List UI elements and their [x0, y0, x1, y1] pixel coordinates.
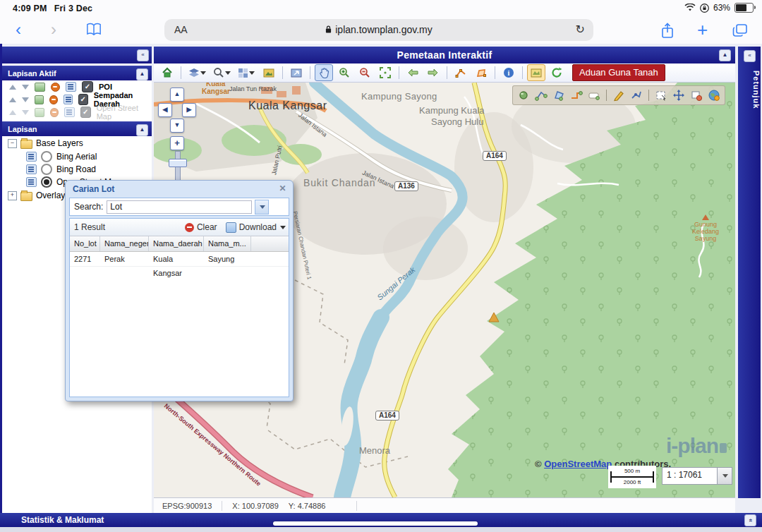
layer-checkbox[interactable]: ✓ — [78, 94, 88, 105]
drawing-toolbar — [512, 85, 725, 105]
expand-statistik-button[interactable]: « — [744, 514, 756, 526]
home-indicator[interactable] — [273, 521, 478, 526]
reload-button[interactable]: ↻ — [576, 23, 585, 36]
expand-petunjuk-button[interactable]: « — [744, 50, 756, 62]
remove-layer-icon[interactable] — [51, 83, 60, 92]
forward-button[interactable]: › — [51, 18, 56, 42]
identify-info-button[interactable]: i — [500, 64, 518, 81]
move-layer-down-icon[interactable] — [22, 97, 29, 102]
chevron-down-icon[interactable] — [280, 226, 286, 229]
search-menu-button[interactable] — [210, 64, 233, 81]
address-bar[interactable]: AA iplan.townplan.gov.my ↻ — [164, 19, 593, 41]
tabs-icon[interactable] — [732, 23, 748, 37]
tree-node-bing-aerial[interactable]: Bing Aerial — [2, 150, 152, 163]
close-icon[interactable]: ✕ — [277, 183, 288, 194]
column-header[interactable]: Nama_m... — [204, 236, 251, 251]
zoom-in-tool-button[interactable] — [335, 64, 353, 81]
scale-ratio-select[interactable]: 1 : 17061 — [662, 467, 732, 485]
layer-opacity-icon[interactable] — [35, 108, 44, 117]
draw-point-tool[interactable] — [516, 87, 531, 103]
lapisan-aktif-header: Lapisan Aktif ▲ — [2, 66, 152, 80]
collapse-left-panel-button[interactable]: « — [137, 49, 149, 61]
legend-icon[interactable] — [64, 95, 73, 104]
map-export-button[interactable] — [287, 64, 306, 81]
delete-graphic-tool[interactable] — [689, 87, 704, 103]
aduan-guna-tanah-button[interactable]: Aduan Guna Tanah — [572, 64, 665, 81]
download-button[interactable]: Download — [239, 219, 277, 236]
measure-area-tool[interactable] — [551, 87, 567, 103]
chevron-down-icon[interactable] — [255, 200, 269, 214]
legend-icon[interactable] — [26, 177, 37, 187]
export-globe-tool[interactable] — [706, 87, 722, 103]
base-layer-radio[interactable] — [41, 151, 52, 162]
legend-icon[interactable] — [66, 82, 76, 92]
move-layer-down-icon[interactable] — [22, 85, 29, 90]
tree-node-bing-road[interactable]: Bing Road — [2, 163, 152, 176]
legend-icon[interactable] — [26, 164, 37, 174]
measure-area-button[interactable] — [472, 64, 490, 81]
previous-extent-button[interactable] — [404, 64, 422, 81]
remove-layer-icon[interactable] — [50, 108, 59, 117]
refresh-map-button[interactable] — [548, 64, 566, 81]
search-input[interactable]: Lot — [107, 200, 252, 214]
move-layer-up-icon[interactable] — [9, 85, 16, 90]
move-layer-up-icon[interactable] — [9, 110, 16, 115]
next-extent-button[interactable] — [424, 64, 442, 81]
move-layer-up-icon[interactable] — [9, 97, 16, 102]
cell-mukim: Sayung — [204, 252, 251, 266]
legend-map-button[interactable] — [527, 64, 545, 81]
tree-node-base-layers[interactable]: − Base Layers — [2, 136, 152, 150]
map-overview-button[interactable] — [260, 64, 278, 81]
zoom-slider-handle[interactable] — [169, 159, 187, 167]
split-line-tool[interactable] — [629, 87, 644, 103]
zoom-in-button[interactable]: + — [170, 136, 184, 150]
home-extent-button[interactable] — [158, 64, 176, 81]
measure-length-button[interactable] — [452, 64, 470, 81]
table-row[interactable]: 2271 Perak Kuala Kangsar Sayung — [70, 252, 289, 267]
expand-node-icon[interactable]: + — [8, 191, 17, 200]
active-layer-row[interactable]: ✓ Open Street Map — [2, 106, 152, 119]
move-layer-down-icon[interactable] — [22, 110, 29, 115]
collapse-lapisan-aktif-button[interactable]: ▲ — [136, 68, 148, 80]
clear-icon[interactable] — [185, 223, 194, 232]
base-layer-radio-selected[interactable] — [41, 176, 52, 188]
pan-north-button[interactable]: ▲ — [170, 87, 184, 102]
move-graphic-tool[interactable] — [671, 87, 687, 103]
chevron-down-icon[interactable] — [717, 468, 732, 484]
bookmarks-icon[interactable] — [86, 23, 102, 37]
column-header[interactable]: Nama_daerah — [149, 236, 204, 251]
measure-path-tool[interactable] — [569, 87, 584, 103]
label-tool[interactable] — [586, 87, 602, 103]
basemap-menu-button[interactable] — [235, 64, 258, 81]
back-button[interactable]: ‹ — [16, 18, 21, 42]
select-extent-tool[interactable] — [653, 87, 669, 103]
edit-pencil-tool[interactable] — [611, 87, 627, 103]
legend-icon[interactable] — [26, 152, 37, 162]
legend-icon[interactable] — [64, 107, 74, 117]
layer-opacity-icon[interactable] — [35, 83, 45, 92]
layer-opacity-icon[interactable] — [35, 95, 44, 104]
column-header[interactable]: No_lot — [70, 236, 100, 251]
pan-south-button[interactable]: ▼ — [170, 119, 184, 133]
zoom-full-extent-button[interactable] — [376, 64, 394, 81]
pan-tool-button[interactable] — [315, 64, 333, 81]
layers-menu-button[interactable] — [186, 64, 208, 81]
base-layer-radio[interactable] — [41, 164, 52, 175]
collapse-map-header-button[interactable]: ▲ — [719, 49, 731, 61]
pan-east-button[interactable]: ▶ — [182, 103, 196, 117]
pan-west-button[interactable]: ◀ — [158, 103, 172, 117]
zoom-out-tool-button[interactable] — [356, 64, 374, 81]
column-header[interactable]: Nama_negeri — [100, 236, 149, 251]
measure-line-tool[interactable] — [533, 87, 549, 103]
clear-button[interactable]: Clear — [197, 219, 217, 236]
openstreetmap-link[interactable]: OpenStreetMap — [544, 459, 612, 469]
collapse-lapisan-button[interactable]: ▲ — [136, 124, 148, 136]
layer-checkbox[interactable]: ✓ — [80, 107, 91, 118]
dialog-header[interactable]: Carian Lot ✕ — [66, 181, 293, 198]
new-tab-icon[interactable]: + — [697, 19, 708, 41]
remove-layer-icon[interactable] — [49, 95, 57, 104]
share-icon[interactable] — [660, 23, 675, 40]
download-icon[interactable] — [226, 222, 236, 233]
layer-checkbox[interactable]: ✓ — [82, 81, 93, 92]
collapse-node-icon[interactable]: − — [8, 139, 17, 148]
